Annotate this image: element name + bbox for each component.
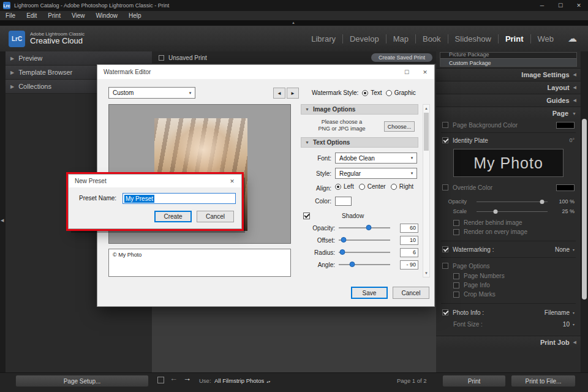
shadow-offset-slider[interactable]	[339, 239, 390, 241]
image-options-header[interactable]: ▼ Image Options	[301, 104, 418, 115]
nav-web[interactable]: Web	[530, 34, 561, 43]
scrollbar-thumb[interactable]	[582, 119, 587, 300]
cloud-sync-icon[interactable]: ☁	[568, 33, 577, 44]
menu-file[interactable]: File	[0, 12, 21, 19]
render-behind-checkbox[interactable]	[453, 220, 459, 226]
slider-thumb[interactable]	[366, 225, 371, 230]
layout-style-custom-package[interactable]: Custom Package	[440, 58, 576, 67]
watermark-text-input[interactable]: © My Photo	[108, 249, 291, 277]
nav-develop[interactable]: Develop	[342, 34, 386, 43]
watermarking-dropdown[interactable]: None ▾	[555, 246, 575, 253]
photo-info-row: Photo Info : Filename ▾	[436, 306, 581, 318]
cancel-button[interactable]: Cancel	[393, 287, 429, 299]
scroll-down-icon[interactable]: ▼	[423, 270, 429, 277]
opacity-slider-thumb[interactable]	[540, 200, 544, 204]
shadow-checkbox[interactable]	[303, 213, 310, 219]
slider-thumb[interactable]	[349, 262, 355, 267]
section-page[interactable]: Page ▼	[436, 107, 581, 119]
options-scrollbar[interactable]: ▲ ▼	[423, 104, 430, 277]
page-background-color-swatch[interactable]	[556, 122, 575, 129]
slider-thumb[interactable]	[341, 237, 347, 243]
dialog-close-icon[interactable]: ✕	[416, 65, 434, 79]
shadow-opacity-value[interactable]: 60	[400, 224, 418, 233]
create-saved-print-button[interactable]: Create Saved Print	[371, 53, 432, 62]
identity-plate-preview[interactable]: My Photo	[453, 149, 564, 177]
previous-page-icon[interactable]: ←	[170, 374, 178, 383]
scale-slider-thumb[interactable]	[494, 209, 498, 214]
style-graphic-radio[interactable]: Graphic	[386, 89, 416, 96]
page-options-checkbox[interactable]	[442, 263, 448, 269]
shadow-offset-value[interactable]: 10	[400, 236, 418, 245]
font-dropdown[interactable]: Adobe Clean ▾	[335, 153, 417, 164]
text-options-header[interactable]: ▼ Text Options	[301, 137, 418, 148]
page-setup-button[interactable]: Page Setup...	[15, 375, 149, 387]
create-button[interactable]: Create	[154, 211, 192, 222]
identity-plate-checkbox[interactable]	[442, 137, 448, 143]
nav-library[interactable]: Library	[304, 34, 342, 43]
menu-edit[interactable]: Edit	[21, 12, 42, 19]
page-background-color-checkbox[interactable]	[442, 122, 448, 128]
shadow-opacity-slider[interactable]	[339, 227, 390, 228]
opacity-slider[interactable]	[477, 202, 548, 202]
layout-style-picture-package[interactable]: Picture Package	[440, 52, 576, 58]
use-selector[interactable]: All Filmstrip Photos▴▾	[214, 377, 270, 384]
section-print-job[interactable]: Print Job ◀	[436, 336, 581, 349]
render-every-checkbox[interactable]	[453, 229, 459, 235]
preset-name-input[interactable]: My Preset	[123, 193, 236, 204]
watermark-preset-dropdown[interactable]: Custom ▾	[108, 87, 195, 99]
menu-help[interactable]: Help	[123, 12, 147, 19]
watermarking-checkbox[interactable]	[442, 246, 448, 252]
next-watermark-button[interactable]: ►	[287, 88, 299, 99]
identity-plate-angle[interactable]: 0°	[569, 137, 575, 143]
section-image-settings[interactable]: Image Settings ◀	[436, 68, 581, 81]
collapse-top-panel-icon[interactable]: ▲	[292, 20, 295, 26]
scrollbar-thumb[interactable]	[424, 113, 429, 151]
shadow-radius-slider[interactable]	[339, 252, 390, 253]
crop-marks-checkbox[interactable]	[453, 292, 459, 298]
minimize-icon[interactable]: ─	[533, 0, 551, 11]
nav-map[interactable]: Map	[386, 34, 415, 43]
page-info-checkbox[interactable]	[453, 282, 459, 288]
right-panel-scrollbar[interactable]	[581, 51, 587, 372]
print-button[interactable]: Print	[442, 375, 506, 387]
override-color-swatch[interactable]	[556, 184, 575, 191]
photo-info-checkbox[interactable]	[442, 309, 448, 315]
nav-book[interactable]: Book	[415, 34, 448, 43]
section-guides[interactable]: Guides ◀	[436, 94, 581, 107]
filmstrip-checkbox[interactable]	[157, 377, 164, 383]
page-numbers-checkbox[interactable]	[453, 273, 459, 279]
collapse-left-panel-icon[interactable]: ◀	[1, 218, 4, 223]
next-page-icon[interactable]: →	[183, 374, 191, 383]
style-text-radio[interactable]: Text	[362, 89, 382, 96]
nav-slideshow[interactable]: Slideshow	[448, 34, 498, 43]
style-dropdown[interactable]: Regular ▾	[335, 168, 417, 179]
photo-info-dropdown[interactable]: Filename ▾	[545, 309, 575, 316]
menu-window[interactable]: Window	[90, 12, 123, 19]
close-icon[interactable]: ✕	[570, 0, 588, 11]
slider-thumb[interactable]	[339, 249, 345, 255]
maximize-icon[interactable]: ☐	[551, 0, 570, 11]
save-button[interactable]: Save	[351, 287, 388, 299]
align-right-radio[interactable]: Right	[391, 183, 413, 190]
override-color-checkbox[interactable]	[442, 184, 448, 190]
choose-image-button[interactable]: Choose...	[384, 121, 415, 132]
shadow-angle-value[interactable]: - 90	[400, 260, 418, 270]
dialog-maximize-icon[interactable]: ☐	[398, 65, 416, 79]
font-size-dropdown[interactable]: 10 ▾	[563, 321, 575, 328]
align-left-radio[interactable]: Left	[335, 183, 354, 190]
previous-watermark-button[interactable]: ◄	[273, 88, 285, 99]
menu-view[interactable]: View	[66, 12, 91, 19]
scale-slider[interactable]	[477, 211, 548, 212]
scroll-up-icon[interactable]: ▲	[423, 105, 429, 112]
print-to-file-button[interactable]: Print to File...	[511, 375, 576, 387]
panel-preview[interactable]: ▶ Preview	[6, 51, 152, 66]
shadow-angle-slider[interactable]	[339, 264, 390, 265]
menu-print[interactable]: Print	[42, 12, 66, 19]
cancel-button[interactable]: Cancel	[197, 211, 234, 222]
nav-print[interactable]: Print	[498, 34, 530, 43]
section-layout[interactable]: Layout ◀	[436, 81, 581, 94]
text-color-swatch[interactable]	[335, 197, 352, 206]
shadow-radius-value[interactable]: 6	[400, 248, 418, 257]
align-center-radio[interactable]: Center	[359, 183, 386, 190]
dialog-close-icon[interactable]: ✕	[223, 174, 241, 188]
